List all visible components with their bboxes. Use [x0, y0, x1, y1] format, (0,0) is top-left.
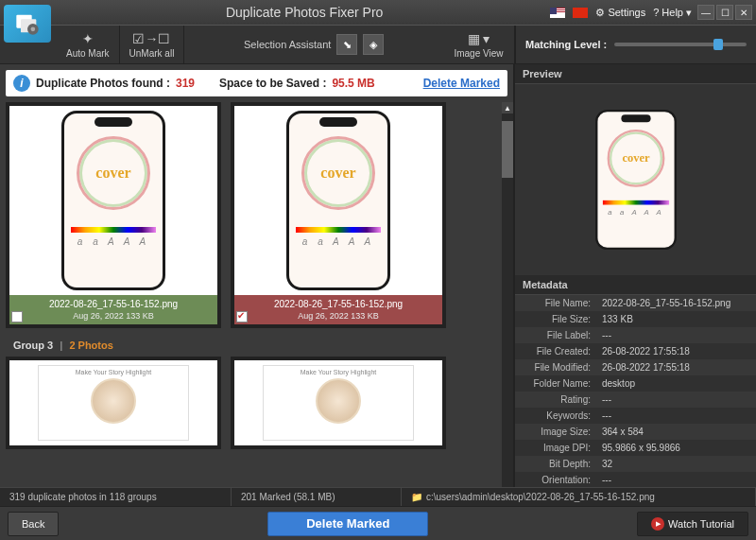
metadata-value: 26-08-2022 17:55:18 — [596, 343, 756, 359]
notch-icon — [621, 114, 650, 122]
scrollbar[interactable]: ▲ — [502, 102, 513, 487]
thumbnail: cover a a A A A — [234, 106, 442, 295]
main: i Duplicate Photos found : 319 Space to … — [0, 64, 756, 487]
thumbnail: cover a a A A A — [9, 106, 217, 295]
metadata-row: Image Size:364 x 584 — [515, 424, 756, 440]
mark-checkbox[interactable] — [11, 311, 23, 322]
phone-mock: cover a a A A A — [595, 110, 677, 250]
rainbow-bar — [71, 227, 156, 233]
delete-marked-link[interactable]: Delete Marked — [423, 77, 500, 90]
bottom-bar: Back Delete Marked Watch Tutorial — [0, 506, 756, 540]
minimize-button[interactable]: — — [697, 5, 714, 20]
metadata-key: Keywords: — [515, 408, 596, 424]
rainbow-bar — [296, 227, 381, 233]
circle-art — [316, 378, 361, 424]
status-bar: 319 duplicate photos in 118 groups 201 M… — [0, 487, 756, 506]
mark-checkbox[interactable] — [236, 311, 248, 322]
metadata-value: desktop — [596, 375, 756, 392]
folder-icon: 📁 — [411, 492, 422, 502]
diamond-icon: ◈ — [369, 39, 377, 51]
wreath-art: cover — [301, 136, 375, 210]
delete-marked-button[interactable]: Delete Marked — [267, 512, 428, 536]
imageview-button[interactable]: ▦ ▾ Image View — [443, 26, 515, 63]
slider-thumb[interactable] — [713, 39, 723, 50]
unmarkall-button[interactable]: ☑→☐ UnMark all — [120, 26, 185, 63]
metadata-value: 32 — [596, 456, 756, 472]
toolbar: ✦ Auto Mark ☑→☐ UnMark all Selection Ass… — [0, 25, 756, 64]
phone-mock: cover a a A A A — [286, 111, 390, 290]
close-button[interactable]: ✕ — [735, 5, 752, 20]
metadata-value: --- — [596, 327, 756, 343]
maximize-button[interactable]: ☐ — [716, 5, 733, 20]
titlebar: Duplicate Photos Fixer Pro ⚙ Settings ? … — [0, 0, 756, 25]
font-row: a a A A A — [608, 208, 664, 217]
metadata-row: File Size:133 KB — [515, 311, 756, 327]
metadata-value: 95.9866 x 95.9866 — [596, 440, 756, 456]
app-logo — [4, 5, 51, 43]
metadata-key: File Modified: — [515, 359, 596, 375]
sel-assist-btn-1[interactable]: ⬊ — [336, 34, 357, 55]
scroll-thumb[interactable] — [502, 121, 513, 178]
info-icon: i — [13, 75, 30, 92]
left-pane: i Duplicate Photos found : 319 Space to … — [0, 64, 515, 487]
status-path: 📁 c:\users\admin\desktop\2022-08-26_17-5… — [402, 488, 756, 506]
back-button[interactable]: Back — [8, 512, 59, 536]
preview-header: Preview — [515, 64, 756, 84]
metadata-value: --- — [596, 408, 756, 424]
status-count: 319 duplicate photos in 118 groups — [0, 488, 232, 506]
metadata-key: Folder Name: — [515, 375, 596, 392]
thumb-row: cover a a A A A 2022-08-26_17-55-16-152.… — [6, 102, 507, 328]
flag-us-icon[interactable] — [550, 8, 565, 18]
thumbnail: Make Your Story Highlight — [9, 360, 217, 445]
wreath-art: cover — [77, 136, 150, 210]
group-header: Group 3 | 2 Photos — [6, 334, 507, 357]
font-row: a a A A A — [77, 236, 149, 247]
metadata-value: 2022-08-26_17-55-16-152.png — [596, 295, 756, 311]
preview: cover a a A A A — [515, 84, 756, 275]
metadata-key: File Created: — [515, 343, 596, 359]
metadata-key: File Size: — [515, 311, 596, 327]
metadata-row: Folder Name:desktop — [515, 375, 756, 392]
sel-assist-btn-2[interactable]: ◈ — [363, 34, 384, 55]
metadata-value: 133 KB — [596, 311, 756, 327]
metadata-key: Image Size: — [515, 424, 596, 440]
right-pane: Preview cover a a A A A Metadata File Na… — [515, 64, 756, 487]
uncheck-icon: ☑→☐ — [132, 31, 170, 46]
automark-button[interactable]: ✦ Auto Mark — [57, 26, 120, 63]
photo-card[interactable]: Make Your Story Highlight — [6, 357, 221, 449]
metadata-key: File Name: — [515, 295, 596, 311]
metadata-key: Orientation: — [515, 472, 596, 487]
metadata-value: --- — [596, 392, 756, 408]
svg-point-3 — [31, 27, 36, 32]
caption: 2022-08-26_17-55-16-152.png Aug 26, 2022… — [234, 295, 442, 324]
matching-level: Matching Level : — [515, 26, 756, 63]
flag-cn-icon[interactable] — [573, 8, 588, 18]
story-art: Make Your Story Highlight — [263, 365, 414, 441]
photos-gear-icon — [14, 10, 41, 37]
photo-card[interactable]: cover a a A A A 2022-08-26_17-55-16-152.… — [6, 102, 221, 328]
matching-slider[interactable] — [614, 43, 747, 46]
play-icon — [651, 517, 664, 531]
circle-art — [91, 378, 136, 424]
gallery: cover a a A A A 2022-08-26_17-55-16-152.… — [0, 102, 513, 487]
scroll-up-icon[interactable]: ▲ — [502, 102, 513, 113]
metadata-row: Image DPI:95.9866 x 95.9866 — [515, 440, 756, 456]
phone-mock: cover a a A A A — [61, 111, 165, 290]
settings-link[interactable]: ⚙ Settings — [595, 7, 645, 19]
info-bar: i Duplicate Photos found : 319 Space to … — [6, 70, 507, 96]
thumbnail: Make Your Story Highlight — [234, 360, 442, 445]
metadata-row: File Label:--- — [515, 327, 756, 343]
help-link[interactable]: ? Help ▾ — [653, 7, 692, 19]
wand-icon: ✦ — [82, 31, 94, 46]
notch-icon — [319, 117, 357, 127]
rainbow-bar — [602, 200, 668, 205]
selection-assistant: Selection Assistant ⬊ ◈ — [184, 26, 443, 63]
metadata-value: --- — [596, 472, 756, 487]
metadata-value: 26-08-2022 17:55:18 — [596, 359, 756, 375]
metadata-row: Bit Depth:32 — [515, 456, 756, 472]
watch-tutorial-button[interactable]: Watch Tutorial — [637, 512, 748, 536]
photo-card[interactable]: Make Your Story Highlight — [231, 357, 446, 449]
metadata-key: Rating: — [515, 392, 596, 408]
photo-card[interactable]: cover a a A A A 2022-08-26_17-55-16-152.… — [231, 102, 446, 328]
metadata-row: File Created:26-08-2022 17:55:18 — [515, 343, 756, 359]
